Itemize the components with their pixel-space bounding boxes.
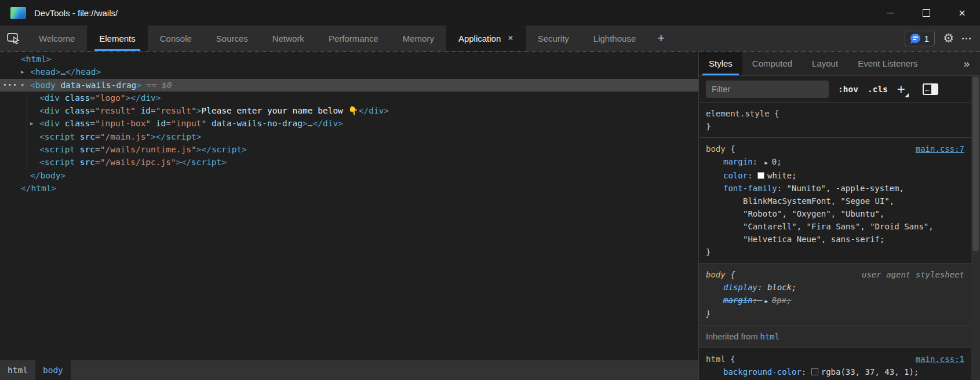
minimize-button[interactable] — [872, 0, 908, 25]
styles-filter-input[interactable] — [706, 81, 829, 98]
issues-counter-button[interactable]: 1 — [905, 31, 935, 46]
styles-filter-row: :hov .cls + ← — [699, 76, 980, 103]
styles-tab-layout[interactable]: Layout — [802, 52, 848, 75]
dom-tree-row[interactable]: <div class="logo"></div> — [0, 92, 698, 104]
expand-shorthand-icon[interactable]: ▶ — [764, 160, 767, 166]
open-brace: { — [726, 355, 735, 364]
breadcrumb-item-body[interactable]: body — [35, 360, 71, 380]
inspect-element-button[interactable] — [0, 25, 27, 51]
tab-lighthouse[interactable]: Lighthouse — [581, 25, 648, 51]
dom-tree-row[interactable]: <html> — [0, 53, 698, 65]
panel-tab-strip: WelcomeElementsConsoleSourcesNetworkPerf… — [27, 25, 648, 51]
dom-tree-row[interactable]: <script src="/wails/runtime.js"></script… — [0, 143, 698, 156]
dom-tree-row[interactable]: ▶<head>…</head> — [0, 65, 698, 78]
breadcrumb-item-html[interactable]: html — [0, 360, 35, 380]
property-name: margin — [723, 157, 753, 166]
dom-tree-row[interactable]: </html> — [0, 182, 698, 195]
tab-security[interactable]: Security — [526, 25, 581, 51]
punctuation-token: > — [384, 106, 389, 115]
scrollbar-thumb[interactable] — [972, 77, 979, 251]
tab-welcome[interactable]: Welcome — [27, 25, 87, 51]
punctuation-token: > — [156, 93, 161, 103]
expand-arrow-icon[interactable]: ▶ — [30, 117, 33, 130]
styles-tab-computed[interactable]: Computed — [742, 52, 802, 75]
css-property[interactable]: font-family: "Nunito", -apple-system, — [706, 182, 971, 195]
punctuation-token: > — [151, 132, 156, 141]
more-options-icon[interactable] — [962, 38, 971, 39]
dom-tree-row[interactable]: <div class="result" id="result">Please e… — [0, 104, 698, 117]
styles-tab-event-listeners[interactable]: Event Listeners — [848, 52, 927, 75]
dom-tree-row[interactable]: </body> — [0, 169, 698, 182]
attribute-name-token: id — [141, 106, 151, 115]
attribute-value-token: "/wails/runtime.js" — [100, 145, 196, 154]
collapse-arrow-icon[interactable]: ▼ — [21, 79, 24, 92]
attribute-name-token: src — [80, 132, 95, 141]
close-button[interactable]: ✕ — [944, 0, 980, 25]
rule-selector[interactable]: html — [706, 355, 726, 364]
text-token: Please enter your name below 👇 — [201, 106, 358, 115]
color-swatch[interactable] — [811, 368, 818, 375]
css-property[interactable]: color: white; — [706, 169, 971, 182]
equals-token: = — [90, 93, 95, 103]
close-brace: } — [706, 246, 971, 258]
rule-selector[interactable]: element.style — [706, 109, 770, 118]
styles-scrollbar[interactable] — [971, 76, 980, 380]
dom-tree-row[interactable]: •••▼<body data-wails-drag> == $0 — [0, 79, 698, 92]
rule-selector[interactable]: body — [706, 144, 726, 154]
punctuation-token: > — [51, 184, 56, 193]
punctuation-token: > — [196, 132, 202, 141]
toggle-pseudo-state-button[interactable]: :hov — [838, 85, 858, 94]
text-token — [206, 119, 212, 128]
stylesheet-link[interactable]: main.css:1 — [916, 353, 964, 366]
css-property[interactable]: margin: ▶8px; — [706, 294, 971, 308]
color-swatch[interactable] — [757, 172, 764, 179]
styles-tab-styles[interactable]: Styles — [699, 52, 742, 75]
inherited-node-link[interactable]: html — [760, 332, 780, 341]
new-style-rule-button[interactable]: + — [897, 82, 909, 96]
tab-close-icon[interactable]: × — [508, 34, 513, 43]
tab-performance[interactable]: Performance — [316, 25, 391, 51]
stylesheet-link[interactable]: main.css:7 — [916, 142, 964, 155]
tab-memory[interactable]: Memory — [391, 25, 446, 51]
punctuation-token: < — [30, 67, 35, 76]
property-value: 8px; — [772, 295, 792, 305]
more-sidebar-tabs-icon[interactable]: » — [953, 52, 980, 75]
tab-elements[interactable]: Elements — [87, 25, 148, 51]
expand-arrow-icon[interactable]: ▶ — [21, 65, 24, 78]
punctuation-token: > — [221, 158, 227, 167]
attribute-name-token: src — [80, 145, 95, 154]
node-menu-dots-icon[interactable]: ••• — [3, 79, 18, 92]
more-tabs-button[interactable]: + — [648, 25, 674, 51]
dom-tree-row[interactable]: ▶<div class="input-box" id="input" data-… — [0, 117, 698, 130]
punctuation-token: </ — [21, 184, 31, 193]
tab-console[interactable]: Console — [148, 25, 204, 51]
maximize-button[interactable] — [908, 0, 944, 25]
css-property[interactable]: margin: ▶0; — [706, 155, 971, 169]
settings-gear-icon[interactable]: ⚙ — [943, 31, 954, 45]
punctuation-token: > — [136, 81, 141, 90]
tag-name-token: div — [141, 93, 156, 103]
attribute-value-token: "/main.js" — [100, 132, 151, 141]
maximize-icon — [923, 9, 930, 17]
attribute-name-token: class — [65, 119, 90, 128]
rule-selector[interactable]: body — [706, 270, 726, 279]
toggle-element-classes-button[interactable]: .cls — [868, 85, 888, 94]
tab-sources[interactable]: Sources — [204, 25, 260, 51]
devtools-app-icon — [10, 7, 26, 19]
css-property[interactable]: background-color: rgba(33, 37, 43, 1); — [706, 366, 971, 378]
property-name: display — [723, 283, 757, 292]
styles-tab-strip: StylesComputedLayoutEvent Listeners» — [699, 52, 980, 76]
punctuation-token: > — [46, 54, 52, 64]
tab-network[interactable]: Network — [260, 25, 316, 51]
dom-tree-row[interactable]: <script src="/main.js"></script> — [0, 130, 698, 143]
tab-label: Lighthouse — [593, 34, 636, 43]
punctuation-token: </ — [181, 158, 191, 167]
text-token — [75, 145, 80, 154]
tab-application[interactable]: Application× — [446, 25, 526, 51]
expand-shorthand-icon[interactable]: ▶ — [764, 298, 767, 304]
issues-chat-icon — [910, 34, 920, 43]
css-property[interactable]: display: block; — [706, 281, 971, 294]
computed-sidebar-toggle-icon[interactable]: ← — [923, 83, 938, 95]
punctuation-token: < — [39, 132, 45, 141]
dom-tree-row[interactable]: <script src="/wails/ipc.js"></script> — [0, 156, 698, 169]
